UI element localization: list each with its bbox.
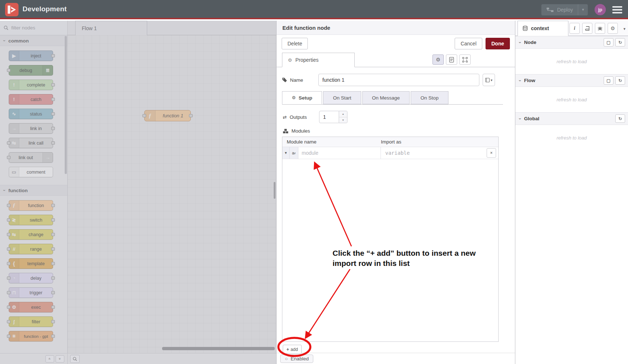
tab-context[interactable]: context: [518, 21, 568, 36]
section-global-header[interactable]: › Global ↻: [515, 112, 628, 125]
gear-icon: ⚙: [288, 57, 292, 63]
canvas-horizontal-scrollbar[interactable]: [162, 347, 275, 350]
global-context-empty: refresh to load: [515, 125, 628, 150]
stepper-up-button[interactable]: ▲: [339, 111, 347, 117]
expand-all-button[interactable]: »: [56, 355, 64, 363]
right-sidebar: context i: [515, 21, 628, 364]
tab-on-stop[interactable]: On Stop: [411, 91, 448, 104]
node-input-port[interactable]: [142, 114, 146, 117]
refresh-icon-button[interactable]: ↻: [615, 76, 625, 85]
chevron-down-icon: ›: [518, 118, 523, 120]
node-port: [7, 156, 11, 159]
palette-node-link-call[interactable]: ⇆ link call: [9, 138, 53, 148]
add-button-label: add: [291, 347, 298, 352]
copy-value-button[interactable]: ▢: [604, 38, 613, 46]
tab-flow-1[interactable]: Flow 1: [75, 21, 147, 35]
flow-canvas[interactable]: ƒ function 1: [68, 35, 276, 353]
palette-node-inject[interactable]: ▶ inject: [9, 50, 53, 61]
appearance-button[interactable]: [459, 54, 471, 65]
tab-setup[interactable]: ⚙ Setup: [282, 91, 322, 104]
tab-properties[interactable]: ⚙ Properties: [282, 53, 355, 67]
canvas-vertical-scrollbar[interactable]: [274, 182, 275, 199]
deploy-button[interactable]: Deploy ▾: [541, 4, 588, 16]
outputs-stepper: ▲ ▼: [319, 111, 347, 123]
deploy-options-caret[interactable]: ▾: [578, 4, 588, 15]
palette-node-label: comment: [19, 170, 53, 175]
palette-node-filter[interactable]: ʃ filter: [9, 316, 53, 327]
palette-node-range[interactable]: ii range: [9, 244, 53, 254]
palette-node-label: debug: [9, 68, 43, 73]
settings-button[interactable]: ⚙: [608, 23, 618, 34]
section-flow-header[interactable]: › Flow ▢ ↻: [515, 74, 628, 87]
complete-icon: !: [9, 80, 19, 90]
delete-button[interactable]: Delete: [282, 38, 308, 49]
palette-node-function[interactable]: ƒ function: [9, 200, 53, 211]
palette-node-exec[interactable]: ⚙ exec: [9, 302, 53, 312]
palette-node-link-out[interactable]: → link out: [9, 152, 53, 163]
node-port: [7, 247, 11, 251]
node-port: [51, 262, 55, 265]
palette-node-label: exec: [19, 305, 53, 310]
node-port: [51, 141, 55, 145]
node-port: [51, 83, 55, 86]
search-flows-button[interactable]: [70, 355, 80, 363]
done-button[interactable]: Done: [486, 38, 510, 49]
palette-scrollbar[interactable]: [65, 36, 67, 174]
help-button[interactable]: [582, 23, 592, 34]
copy-value-button[interactable]: ▢: [604, 76, 613, 85]
stepper-down-button[interactable]: ▼: [339, 117, 347, 123]
description-button[interactable]: [446, 54, 457, 65]
palette-node-complete[interactable]: ! complete: [9, 80, 53, 90]
name-input[interactable]: [318, 74, 479, 86]
palette-node-link-in[interactable]: → link in: [9, 123, 53, 134]
refresh-icon-button[interactable]: ↻: [615, 114, 625, 123]
remove-row-button[interactable]: ×: [487, 148, 496, 158]
palette-node-change[interactable]: ⇆ change: [9, 229, 53, 240]
tab-on-start[interactable]: On Start: [323, 91, 361, 104]
node-port: [7, 276, 11, 280]
typed-input-caret[interactable]: ▼: [282, 147, 290, 159]
add-module-button[interactable]: + add: [283, 345, 302, 354]
module-name-input[interactable]: [298, 147, 381, 159]
canvas-node-function-1[interactable]: ƒ function 1: [144, 110, 191, 121]
palette-node-trigger[interactable]: ⊓ trigger: [9, 287, 53, 298]
palette-search[interactable]: [0, 21, 67, 35]
link-in-icon: →: [9, 124, 19, 133]
avatar[interactable]: jp: [595, 4, 606, 15]
debug-button[interactable]: [595, 23, 605, 34]
palette-node-debug[interactable]: ≣ debug: [9, 65, 53, 76]
node-port: [7, 141, 11, 145]
modules-label-text: Modules: [291, 128, 310, 134]
palette-category-function[interactable]: › function: [0, 185, 67, 196]
palette-node-template[interactable]: { template: [9, 258, 53, 269]
palette-node-status[interactable]: ∿ status: [9, 109, 53, 119]
palette-node-catch[interactable]: ! catch: [9, 94, 53, 105]
palette-node-function-gpt[interactable]: ✳ function - gpt: [9, 331, 53, 341]
collapse-all-button[interactable]: «: [45, 355, 54, 363]
palette-category-common[interactable]: › common: [0, 35, 67, 46]
palette-node-delay[interactable]: ◔ delay: [9, 273, 53, 283]
info-button[interactable]: i: [569, 23, 580, 34]
book-icon: [485, 78, 490, 82]
section-node-header[interactable]: › Node ▢ ↻: [515, 36, 628, 49]
main-menu-icon[interactable]: [612, 6, 622, 13]
column-import-as: Import as: [381, 139, 401, 145]
palette-node-switch[interactable]: ≷ switch: [9, 215, 53, 225]
edit-properties-button[interactable]: ⚙: [432, 54, 444, 65]
cancel-button[interactable]: Cancel: [455, 38, 482, 49]
string-type-icon[interactable]: az: [290, 147, 298, 159]
enabled-toggle[interactable]: ○ Enabled: [280, 355, 313, 363]
setup-tab-label: Setup: [299, 95, 313, 101]
refresh-icon-button[interactable]: ↻: [615, 38, 625, 46]
import-as-input[interactable]: [381, 147, 487, 159]
tab-on-message[interactable]: On Message: [362, 91, 410, 104]
outputs-input[interactable]: [319, 111, 339, 123]
palette-node-label: inject: [19, 53, 53, 58]
palette-node-comment[interactable]: ▭ comment: [9, 167, 53, 177]
palette-node-label: switch: [19, 218, 53, 223]
sidebar-options-caret[interactable]: ▾: [623, 27, 625, 31]
node-output-port[interactable]: [189, 114, 193, 117]
node-port: [7, 204, 11, 207]
palette-filter-input[interactable]: [11, 25, 59, 31]
library-button[interactable]: ▾: [483, 74, 495, 86]
